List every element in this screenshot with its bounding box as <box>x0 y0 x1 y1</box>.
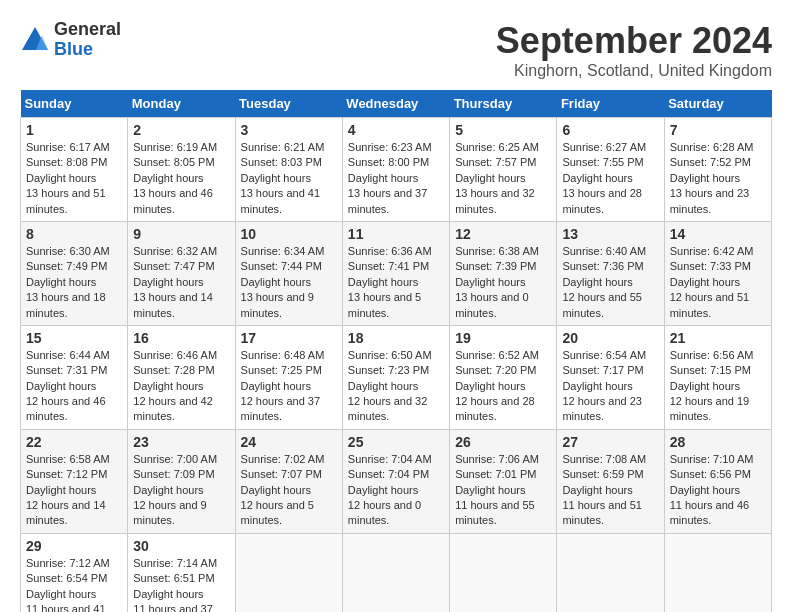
day-info: Sunrise: 6:17 AM Sunset: 8:08 PM Dayligh… <box>26 140 122 217</box>
location: Kinghorn, Scotland, United Kingdom <box>496 62 772 80</box>
calendar-cell: 25 Sunrise: 7:04 AM Sunset: 7:04 PM Dayl… <box>342 429 449 533</box>
col-thursday: Thursday <box>450 90 557 118</box>
calendar-cell: 29 Sunrise: 7:12 AM Sunset: 6:54 PM Dayl… <box>21 533 128 612</box>
col-saturday: Saturday <box>664 90 771 118</box>
day-number: 13 <box>562 226 658 242</box>
calendar-week-row: 1 Sunrise: 6:17 AM Sunset: 8:08 PM Dayli… <box>21 118 772 222</box>
calendar-cell: 20 Sunrise: 6:54 AM Sunset: 7:17 PM Dayl… <box>557 325 664 429</box>
day-info: Sunrise: 6:21 AM Sunset: 8:03 PM Dayligh… <box>241 140 337 217</box>
logo-text: General Blue <box>54 20 121 60</box>
day-info: Sunrise: 6:23 AM Sunset: 8:00 PM Dayligh… <box>348 140 444 217</box>
day-number: 3 <box>241 122 337 138</box>
calendar-cell: 9 Sunrise: 6:32 AM Sunset: 7:47 PM Dayli… <box>128 221 235 325</box>
calendar-cell <box>664 533 771 612</box>
day-number: 4 <box>348 122 444 138</box>
calendar-cell: 11 Sunrise: 6:36 AM Sunset: 7:41 PM Dayl… <box>342 221 449 325</box>
day-info: Sunrise: 6:19 AM Sunset: 8:05 PM Dayligh… <box>133 140 229 217</box>
day-number: 26 <box>455 434 551 450</box>
calendar-cell: 27 Sunrise: 7:08 AM Sunset: 6:59 PM Dayl… <box>557 429 664 533</box>
month-title: September 2024 <box>496 20 772 62</box>
day-number: 30 <box>133 538 229 554</box>
calendar-cell: 1 Sunrise: 6:17 AM Sunset: 8:08 PM Dayli… <box>21 118 128 222</box>
day-info: Sunrise: 7:02 AM Sunset: 7:07 PM Dayligh… <box>241 452 337 529</box>
day-info: Sunrise: 6:32 AM Sunset: 7:47 PM Dayligh… <box>133 244 229 321</box>
calendar-cell: 5 Sunrise: 6:25 AM Sunset: 7:57 PM Dayli… <box>450 118 557 222</box>
day-number: 22 <box>26 434 122 450</box>
day-info: Sunrise: 6:50 AM Sunset: 7:23 PM Dayligh… <box>348 348 444 425</box>
day-info: Sunrise: 6:52 AM Sunset: 7:20 PM Dayligh… <box>455 348 551 425</box>
day-info: Sunrise: 7:00 AM Sunset: 7:09 PM Dayligh… <box>133 452 229 529</box>
col-monday: Monday <box>128 90 235 118</box>
calendar-cell: 22 Sunrise: 6:58 AM Sunset: 7:12 PM Dayl… <box>21 429 128 533</box>
calendar-cell: 10 Sunrise: 6:34 AM Sunset: 7:44 PM Dayl… <box>235 221 342 325</box>
logo: General Blue <box>20 20 121 60</box>
col-friday: Friday <box>557 90 664 118</box>
calendar-cell: 12 Sunrise: 6:38 AM Sunset: 7:39 PM Dayl… <box>450 221 557 325</box>
page-header: General Blue September 2024 Kinghorn, Sc… <box>20 20 772 80</box>
calendar-cell: 14 Sunrise: 6:42 AM Sunset: 7:33 PM Dayl… <box>664 221 771 325</box>
calendar-cell: 30 Sunrise: 7:14 AM Sunset: 6:51 PM Dayl… <box>128 533 235 612</box>
day-number: 12 <box>455 226 551 242</box>
day-number: 24 <box>241 434 337 450</box>
day-info: Sunrise: 6:56 AM Sunset: 7:15 PM Dayligh… <box>670 348 766 425</box>
day-info: Sunrise: 7:06 AM Sunset: 7:01 PM Dayligh… <box>455 452 551 529</box>
calendar-week-row: 22 Sunrise: 6:58 AM Sunset: 7:12 PM Dayl… <box>21 429 772 533</box>
day-number: 9 <box>133 226 229 242</box>
day-info: Sunrise: 6:25 AM Sunset: 7:57 PM Dayligh… <box>455 140 551 217</box>
day-info: Sunrise: 6:36 AM Sunset: 7:41 PM Dayligh… <box>348 244 444 321</box>
day-number: 16 <box>133 330 229 346</box>
calendar-cell <box>450 533 557 612</box>
day-number: 27 <box>562 434 658 450</box>
day-info: Sunrise: 6:28 AM Sunset: 7:52 PM Dayligh… <box>670 140 766 217</box>
calendar-table: Sunday Monday Tuesday Wednesday Thursday… <box>20 90 772 612</box>
day-info: Sunrise: 7:04 AM Sunset: 7:04 PM Dayligh… <box>348 452 444 529</box>
day-info: Sunrise: 6:40 AM Sunset: 7:36 PM Dayligh… <box>562 244 658 321</box>
col-tuesday: Tuesday <box>235 90 342 118</box>
day-number: 7 <box>670 122 766 138</box>
day-number: 19 <box>455 330 551 346</box>
day-info: Sunrise: 6:44 AM Sunset: 7:31 PM Dayligh… <box>26 348 122 425</box>
day-number: 2 <box>133 122 229 138</box>
day-number: 25 <box>348 434 444 450</box>
logo-icon <box>20 25 50 55</box>
col-wednesday: Wednesday <box>342 90 449 118</box>
day-number: 17 <box>241 330 337 346</box>
calendar-cell: 15 Sunrise: 6:44 AM Sunset: 7:31 PM Dayl… <box>21 325 128 429</box>
day-number: 29 <box>26 538 122 554</box>
day-number: 10 <box>241 226 337 242</box>
calendar-week-row: 15 Sunrise: 6:44 AM Sunset: 7:31 PM Dayl… <box>21 325 772 429</box>
calendar-cell: 7 Sunrise: 6:28 AM Sunset: 7:52 PM Dayli… <box>664 118 771 222</box>
calendar-cell: 6 Sunrise: 6:27 AM Sunset: 7:55 PM Dayli… <box>557 118 664 222</box>
day-number: 18 <box>348 330 444 346</box>
calendar-cell: 19 Sunrise: 6:52 AM Sunset: 7:20 PM Dayl… <box>450 325 557 429</box>
calendar-cell: 18 Sunrise: 6:50 AM Sunset: 7:23 PM Dayl… <box>342 325 449 429</box>
calendar-cell: 3 Sunrise: 6:21 AM Sunset: 8:03 PM Dayli… <box>235 118 342 222</box>
day-info: Sunrise: 6:58 AM Sunset: 7:12 PM Dayligh… <box>26 452 122 529</box>
day-number: 6 <box>562 122 658 138</box>
calendar-cell: 16 Sunrise: 6:46 AM Sunset: 7:28 PM Dayl… <box>128 325 235 429</box>
col-sunday: Sunday <box>21 90 128 118</box>
calendar-cell: 23 Sunrise: 7:00 AM Sunset: 7:09 PM Dayl… <box>128 429 235 533</box>
calendar-cell: 4 Sunrise: 6:23 AM Sunset: 8:00 PM Dayli… <box>342 118 449 222</box>
day-info: Sunrise: 7:12 AM Sunset: 6:54 PM Dayligh… <box>26 556 122 612</box>
day-number: 20 <box>562 330 658 346</box>
calendar-cell: 21 Sunrise: 6:56 AM Sunset: 7:15 PM Dayl… <box>664 325 771 429</box>
calendar-header-row: Sunday Monday Tuesday Wednesday Thursday… <box>21 90 772 118</box>
calendar-cell: 17 Sunrise: 6:48 AM Sunset: 7:25 PM Dayl… <box>235 325 342 429</box>
day-info: Sunrise: 6:27 AM Sunset: 7:55 PM Dayligh… <box>562 140 658 217</box>
day-number: 1 <box>26 122 122 138</box>
day-info: Sunrise: 6:30 AM Sunset: 7:49 PM Dayligh… <box>26 244 122 321</box>
calendar-cell: 2 Sunrise: 6:19 AM Sunset: 8:05 PM Dayli… <box>128 118 235 222</box>
calendar-cell <box>557 533 664 612</box>
day-info: Sunrise: 6:34 AM Sunset: 7:44 PM Dayligh… <box>241 244 337 321</box>
day-info: Sunrise: 6:38 AM Sunset: 7:39 PM Dayligh… <box>455 244 551 321</box>
calendar-cell: 24 Sunrise: 7:02 AM Sunset: 7:07 PM Dayl… <box>235 429 342 533</box>
day-info: Sunrise: 6:54 AM Sunset: 7:17 PM Dayligh… <box>562 348 658 425</box>
day-info: Sunrise: 7:08 AM Sunset: 6:59 PM Dayligh… <box>562 452 658 529</box>
calendar-cell: 28 Sunrise: 7:10 AM Sunset: 6:56 PM Dayl… <box>664 429 771 533</box>
day-number: 15 <box>26 330 122 346</box>
calendar-cell <box>235 533 342 612</box>
day-info: Sunrise: 6:48 AM Sunset: 7:25 PM Dayligh… <box>241 348 337 425</box>
day-number: 23 <box>133 434 229 450</box>
title-area: September 2024 Kinghorn, Scotland, Unite… <box>496 20 772 80</box>
